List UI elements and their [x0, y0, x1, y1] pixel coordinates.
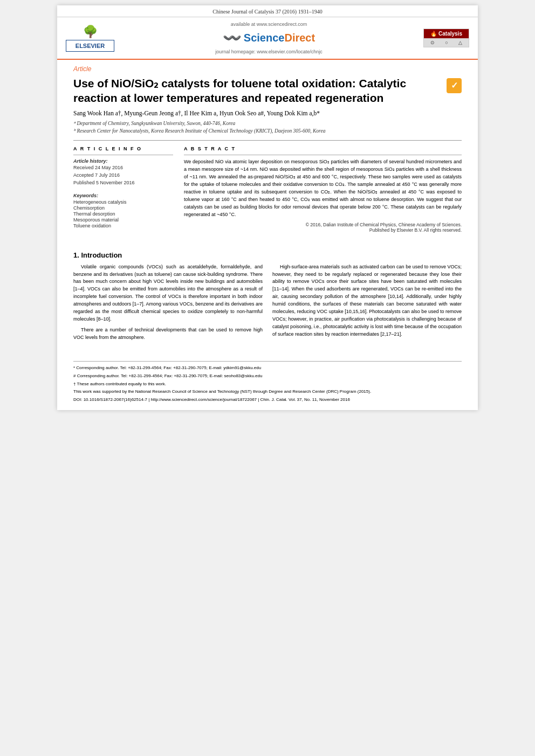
homepage-text: journal homepage: www.elsevier.com/locat…: [114, 49, 423, 54]
available-text: available at www.sciencedirect.com: [114, 22, 423, 27]
copyright-line2: Published by Elsevier B.V. All rights re…: [184, 227, 462, 233]
elsevier-logo: 🌳 ELSEVIER: [66, 25, 114, 52]
catalysis-logo: 🔥 Catalysis ⊙ ○ △: [423, 29, 469, 47]
intro-p1: Volatile organic compounds (VOCs) such a…: [73, 263, 263, 324]
article-content: Article Use of NiO/SiO₂ catalysts for to…: [57, 60, 478, 251]
affiliation-b: ᵇ Research Center for Nanocatalysts, Kor…: [73, 127, 462, 135]
sciencedirect-center: available at www.sciencedirect.com 〰️ Sc…: [114, 22, 423, 54]
flame-icon: 🔥: [430, 31, 437, 37]
affiliation-a: ᵃ Department of Chemistry, Sungkyunkwan …: [73, 120, 462, 127]
article-info-col: A R T I C L E I N F O Article history: R…: [73, 146, 173, 233]
journal-header: Chinese Journal of Catalysis 37 (2016) 1…: [57, 5, 478, 17]
abstract-title: A B S T R A C T: [184, 146, 462, 151]
cat-icon-1: ⊙: [430, 40, 435, 45]
affiliations: ᵃ Department of Chemistry, Sungkyunkwan …: [73, 120, 462, 135]
intro-p2: There are a number of technical developm…: [73, 327, 263, 342]
title-text: Use of NiO/SiO₂ catalysts for toluene to…: [73, 77, 406, 104]
footnote-divider: [73, 361, 462, 362]
abstract-col: A B S T R A C T We deposited NiO via ato…: [184, 146, 462, 233]
footnote-4: This work was supported by the National …: [73, 389, 462, 396]
history-label: Article history:: [73, 158, 173, 164]
ai-divider: [73, 155, 173, 155]
sciencedirect-logo: 〰️ ScienceDirect: [114, 29, 423, 47]
copyright-line1: © 2016, Dalian Institute of Chemical Phy…: [184, 222, 462, 227]
footnote-2: # Corresponding author. Tel: +82-31-299-…: [73, 373, 462, 380]
kw-5: Toluene oxidation: [73, 223, 173, 228]
sd-icon: 〰️: [223, 29, 242, 47]
kw-4: Mesoporous material: [73, 217, 173, 223]
journal-page: Chinese Journal of Catalysis 37 (2016) 1…: [57, 5, 478, 410]
cat-icon-3: △: [458, 40, 462, 45]
authors-text: Sang Wook Han a†, Myung-Geun Jeong a†, I…: [73, 110, 320, 116]
body-two-col: Volatile organic compounds (VOCs) such a…: [73, 263, 462, 345]
article-type: Article: [73, 65, 462, 73]
abstract-text: We deposited NiO via atomic layer deposi…: [184, 158, 462, 219]
elsevier-label: ELSEVIER: [66, 40, 114, 52]
footnote-5: DOI: 10.1016/S1872-2067(16)62514-7 | htt…: [73, 397, 462, 404]
accepted-date: Accepted 7 July 2016: [73, 172, 173, 178]
intro-p3: High-surface-area materials such as acti…: [272, 263, 462, 338]
journal-title: Chinese Journal of Catalysis 37 (2016) 1…: [212, 9, 322, 15]
footnote-1: * Corresponding author. Tel: +82-31-299-…: [73, 365, 462, 372]
intro-title-text: Introduction: [81, 251, 122, 259]
published-date: Published 5 November 2016: [73, 180, 173, 185]
kw-3: Thermal desorption: [73, 211, 173, 217]
crossmark-icon[interactable]: ✓: [447, 78, 462, 93]
kw-2: Chemisorption: [73, 205, 173, 211]
two-col-info-abstract: A R T I C L E I N F O Article history: R…: [73, 140, 462, 233]
intro-section-title: 1. Introduction: [73, 251, 462, 259]
main-body: 1. Introduction Volatile organic compoun…: [57, 251, 478, 356]
cat-icon-2: ○: [445, 40, 448, 45]
authors: Sang Wook Han a†, Myung-Geun Jeong a†, I…: [73, 110, 462, 116]
kw-1: Heterogeneous catalysis: [73, 199, 173, 205]
footnote-3: † These authors contributed equally to t…: [73, 381, 462, 388]
header-logos: 🌳 ELSEVIER available at www.sciencedirec…: [57, 17, 478, 60]
abstract-divider: [184, 155, 462, 155]
abstract-copyright: © 2016, Dalian Institute of Chemical Phy…: [184, 222, 462, 233]
received-date: Received 24 May 2016: [73, 165, 173, 170]
article-title: Use of NiO/SiO₂ catalysts for toluene to…: [73, 76, 462, 106]
body-col-left: Volatile organic compounds (VOCs) such a…: [73, 263, 263, 345]
catalysis-label: Catalysis: [438, 31, 462, 37]
footnotes: * Corresponding author. Tel: +82-31-299-…: [57, 365, 478, 410]
intro-number: 1.: [73, 251, 81, 259]
body-col-right: High-surface-area materials such as acti…: [272, 263, 462, 345]
article-info-title: A R T I C L E I N F O: [73, 146, 173, 151]
keywords-label: Keywords:: [73, 193, 173, 198]
sd-text: ScienceDirect: [244, 32, 315, 44]
